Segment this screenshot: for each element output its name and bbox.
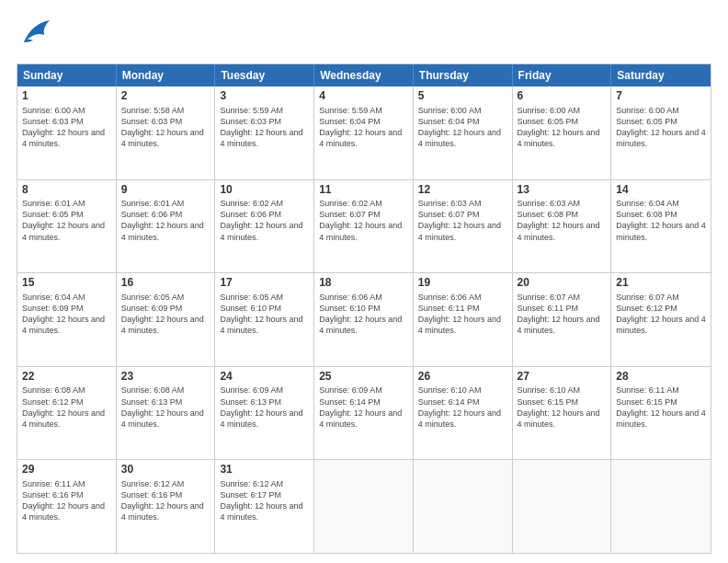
cell-detail: Sunrise: 6:12 AM Sunset: 6:17 PM Dayligh… [220, 478, 309, 523]
header-thursday: Thursday [414, 64, 513, 86]
table-row: 4 Sunrise: 5:59 AM Sunset: 6:04 PM Dayli… [314, 86, 414, 179]
table-row: 7 Sunrise: 6:00 AM Sunset: 6:05 PM Dayli… [611, 86, 711, 179]
cell-detail: Sunrise: 6:01 AM Sunset: 6:06 PM Dayligh… [121, 198, 210, 243]
table-row: 22 Sunrise: 6:08 AM Sunset: 6:12 PM Dayl… [17, 367, 117, 460]
table-row: 29 Sunrise: 6:11 AM Sunset: 6:16 PM Dayl… [17, 460, 117, 553]
day-number: 31 [220, 463, 309, 477]
table-row: 14 Sunrise: 6:04 AM Sunset: 6:08 PM Dayl… [611, 180, 711, 273]
day-number: 28 [616, 370, 706, 385]
logo [17, 17, 59, 54]
cell-detail: Sunrise: 5:58 AM Sunset: 6:03 PM Dayligh… [121, 105, 210, 150]
day-number: 3 [220, 89, 309, 104]
day-number: 26 [418, 370, 507, 385]
cell-detail: Sunrise: 6:08 AM Sunset: 6:12 PM Dayligh… [22, 385, 111, 430]
cell-detail: Sunrise: 5:59 AM Sunset: 6:03 PM Dayligh… [220, 105, 309, 150]
table-row [513, 460, 612, 553]
table-row: 6 Sunrise: 6:00 AM Sunset: 6:05 PM Dayli… [513, 86, 612, 179]
calendar-row: 1 Sunrise: 6:00 AM Sunset: 6:03 PM Dayli… [17, 86, 711, 179]
day-number: 11 [319, 183, 408, 198]
logo-bird-icon [17, 17, 55, 54]
day-number: 9 [121, 183, 210, 198]
cell-detail: Sunrise: 6:06 AM Sunset: 6:10 PM Dayligh… [319, 292, 408, 337]
cell-detail: Sunrise: 6:04 AM Sunset: 6:09 PM Dayligh… [22, 292, 111, 337]
day-number: 15 [22, 276, 111, 291]
cell-detail: Sunrise: 6:08 AM Sunset: 6:13 PM Dayligh… [121, 385, 210, 430]
day-number: 27 [518, 370, 607, 385]
cell-detail: Sunrise: 6:03 AM Sunset: 6:07 PM Dayligh… [418, 198, 507, 243]
calendar-row: 8 Sunrise: 6:01 AM Sunset: 6:05 PM Dayli… [17, 179, 711, 273]
table-row: 21 Sunrise: 6:07 AM Sunset: 6:12 PM Dayl… [611, 273, 711, 366]
cell-detail: Sunrise: 6:02 AM Sunset: 6:06 PM Dayligh… [220, 198, 309, 243]
day-number: 17 [220, 276, 309, 291]
table-row: 9 Sunrise: 6:01 AM Sunset: 6:06 PM Dayli… [117, 180, 216, 273]
header-monday: Monday [117, 64, 216, 86]
cell-detail: Sunrise: 6:00 AM Sunset: 6:05 PM Dayligh… [518, 105, 607, 150]
table-row [611, 460, 711, 553]
cell-detail: Sunrise: 6:00 AM Sunset: 6:05 PM Dayligh… [616, 105, 706, 150]
day-number: 19 [418, 276, 507, 291]
cell-detail: Sunrise: 6:00 AM Sunset: 6:04 PM Dayligh… [418, 105, 507, 150]
table-row: 24 Sunrise: 6:09 AM Sunset: 6:13 PM Dayl… [215, 367, 314, 460]
day-number: 18 [319, 276, 408, 291]
table-row: 11 Sunrise: 6:02 AM Sunset: 6:07 PM Dayl… [314, 180, 414, 273]
day-number: 1 [22, 89, 111, 104]
table-row: 8 Sunrise: 6:01 AM Sunset: 6:05 PM Dayli… [17, 180, 117, 273]
table-row: 17 Sunrise: 6:05 AM Sunset: 6:10 PM Dayl… [215, 273, 314, 366]
cell-detail: Sunrise: 5:59 AM Sunset: 6:04 PM Dayligh… [319, 105, 408, 150]
calendar-row: 29 Sunrise: 6:11 AM Sunset: 6:16 PM Dayl… [17, 459, 711, 553]
table-row: 5 Sunrise: 6:00 AM Sunset: 6:04 PM Dayli… [414, 86, 513, 179]
table-row: 26 Sunrise: 6:10 AM Sunset: 6:14 PM Dayl… [414, 367, 513, 460]
cell-detail: Sunrise: 6:12 AM Sunset: 6:16 PM Dayligh… [121, 478, 210, 523]
day-number: 10 [220, 183, 309, 198]
day-number: 2 [121, 89, 210, 104]
calendar-row: 22 Sunrise: 6:08 AM Sunset: 6:12 PM Dayl… [17, 366, 711, 460]
cell-detail: Sunrise: 6:11 AM Sunset: 6:16 PM Dayligh… [22, 478, 111, 523]
table-row: 30 Sunrise: 6:12 AM Sunset: 6:16 PM Dayl… [117, 460, 216, 553]
table-row: 31 Sunrise: 6:12 AM Sunset: 6:17 PM Dayl… [215, 460, 314, 553]
day-number: 24 [220, 370, 309, 385]
table-row: 15 Sunrise: 6:04 AM Sunset: 6:09 PM Dayl… [17, 273, 117, 366]
cell-detail: Sunrise: 6:02 AM Sunset: 6:07 PM Dayligh… [319, 198, 408, 243]
header-friday: Friday [513, 64, 612, 86]
calendar-header: Sunday Monday Tuesday Wednesday Thursday… [17, 64, 711, 86]
table-row: 25 Sunrise: 6:09 AM Sunset: 6:14 PM Dayl… [314, 367, 414, 460]
table-row: 20 Sunrise: 6:07 AM Sunset: 6:11 PM Dayl… [513, 273, 612, 366]
day-number: 30 [121, 463, 210, 477]
cell-detail: Sunrise: 6:07 AM Sunset: 6:11 PM Dayligh… [518, 292, 607, 337]
day-number: 6 [518, 89, 607, 104]
day-number: 21 [616, 276, 706, 291]
table-row [314, 460, 414, 553]
day-number: 13 [518, 183, 607, 198]
cell-detail: Sunrise: 6:04 AM Sunset: 6:08 PM Dayligh… [616, 198, 706, 243]
day-number: 4 [319, 89, 408, 104]
day-number: 22 [22, 370, 111, 385]
day-number: 16 [121, 276, 210, 291]
calendar-body: 1 Sunrise: 6:00 AM Sunset: 6:03 PM Dayli… [17, 86, 711, 553]
day-number: 25 [319, 370, 408, 385]
table-row: 27 Sunrise: 6:10 AM Sunset: 6:15 PM Dayl… [513, 367, 612, 460]
header-saturday: Saturday [611, 64, 711, 86]
table-row: 13 Sunrise: 6:03 AM Sunset: 6:08 PM Dayl… [513, 180, 612, 273]
day-number: 29 [22, 463, 111, 477]
header-tuesday: Tuesday [215, 64, 314, 86]
day-number: 5 [418, 89, 507, 104]
header [17, 17, 711, 54]
day-number: 8 [22, 183, 111, 198]
table-row: 2 Sunrise: 5:58 AM Sunset: 6:03 PM Dayli… [117, 86, 216, 179]
cell-detail: Sunrise: 6:01 AM Sunset: 6:05 PM Dayligh… [22, 198, 111, 243]
table-row: 28 Sunrise: 6:11 AM Sunset: 6:15 PM Dayl… [611, 367, 711, 460]
table-row: 19 Sunrise: 6:06 AM Sunset: 6:11 PM Dayl… [414, 273, 513, 366]
cell-detail: Sunrise: 6:03 AM Sunset: 6:08 PM Dayligh… [518, 198, 607, 243]
day-number: 14 [616, 183, 706, 198]
cell-detail: Sunrise: 6:11 AM Sunset: 6:15 PM Dayligh… [616, 385, 706, 430]
header-sunday: Sunday [17, 64, 117, 86]
day-number: 23 [121, 370, 210, 385]
cell-detail: Sunrise: 6:10 AM Sunset: 6:15 PM Dayligh… [518, 385, 607, 430]
cell-detail: Sunrise: 6:10 AM Sunset: 6:14 PM Dayligh… [418, 385, 507, 430]
cell-detail: Sunrise: 6:09 AM Sunset: 6:14 PM Dayligh… [319, 385, 408, 430]
page: Sunday Monday Tuesday Wednesday Thursday… [0, 0, 728, 563]
table-row: 3 Sunrise: 5:59 AM Sunset: 6:03 PM Dayli… [215, 86, 314, 179]
calendar: Sunday Monday Tuesday Wednesday Thursday… [17, 63, 711, 554]
cell-detail: Sunrise: 6:00 AM Sunset: 6:03 PM Dayligh… [22, 105, 111, 150]
calendar-row: 15 Sunrise: 6:04 AM Sunset: 6:09 PM Dayl… [17, 272, 711, 366]
